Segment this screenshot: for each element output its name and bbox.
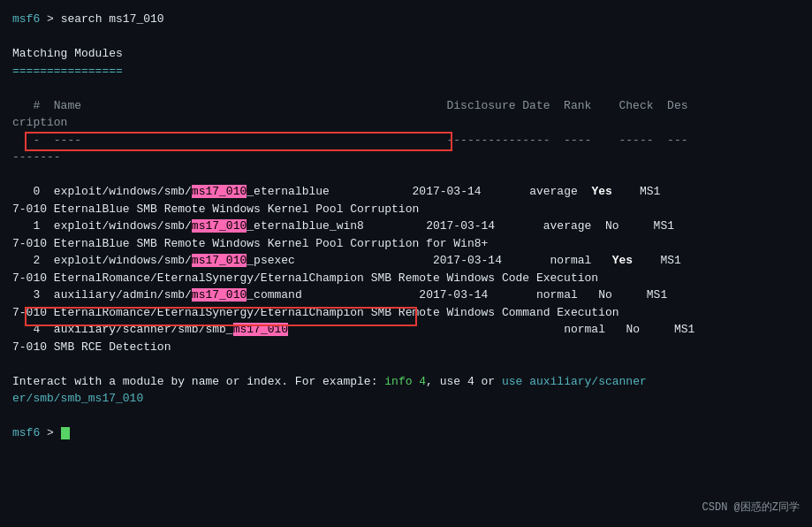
module-2-path: exploit/windows/smb/ms17_010_psexec [54, 254, 295, 267]
module-3-desc: 7-010 EternalRomance/EternalSynergy/Eter… [12, 306, 619, 319]
module-3-rank: normal [536, 288, 578, 302]
module-3-date: 2017-03-14 [419, 288, 488, 302]
module-1-ref: MS1 [654, 219, 674, 233]
module-0-desc: 7-010 EternalBlue SMB Remote Windows Ker… [12, 202, 419, 216]
module-2-date: 2017-03-14 [433, 254, 502, 267]
module-4-index: 4 [33, 323, 40, 336]
interact-or1: use 4 [440, 375, 474, 388]
module-1-check: No [605, 219, 619, 233]
module-4-check: No [626, 323, 640, 336]
command-text: search ms17_010 [61, 12, 164, 26]
module-0-index: 0 [33, 185, 40, 198]
module-2-check: Yes [612, 254, 633, 267]
module-1-highlight: ms17_010 [192, 219, 247, 233]
module-3-check: No [598, 288, 612, 302]
info-cmd: info 4 [384, 375, 426, 388]
separator-line: ================ [12, 65, 123, 78]
module-0-check: Yes [591, 185, 611, 198]
terminal-window: msf6 > search ms17_010 Matching Modules … [0, 0, 812, 527]
terminal-content: msf6 > search ms17_010 Matching Modules … [12, 11, 800, 442]
module-0-rank: average [529, 185, 578, 198]
use-cmd-full: use auxiliary/scanner [502, 375, 647, 388]
module-4-highlight: ms17_010 [233, 323, 288, 336]
cursor [61, 427, 70, 439]
module-3-highlight: ms17_010 [192, 288, 247, 302]
matching-modules-title: Matching Modules [12, 47, 123, 60]
col-divider: - ---- --------------- ---- ----- --- --… [12, 134, 688, 164]
module-4-desc: 7-010 SMB RCE Detection [12, 340, 171, 354]
module-3-index: 3 [33, 288, 40, 302]
module-1-rank: average [543, 219, 592, 233]
module-3-ref: MS1 [647, 288, 667, 302]
module-4-path: auxiliary/scanner/smb/smb_ms17_010 [54, 323, 288, 336]
arrow-2: > [47, 426, 54, 439]
terminal-text: msf6 > search ms17_010 Matching Modules … [12, 11, 800, 442]
module-1-desc: 7-010 EternalBlue SMB Remote Windows Ker… [12, 237, 488, 250]
module-2-desc: 7-010 EternalRomance/EternalSynergy/Eter… [12, 271, 598, 285]
module-4-rank: normal [564, 323, 605, 336]
module-1-path: exploit/windows/smb/ms17_010_eternalblue… [54, 219, 364, 233]
module-0-date: 2017-03-14 [413, 185, 482, 198]
module-0-highlight: ms17_010 [192, 185, 247, 198]
module-3-path: auxiliary/admin/smb/ms17_010_command [54, 288, 302, 302]
module-1-index: 1 [33, 219, 40, 233]
module-2-highlight: ms17_010 [192, 254, 247, 267]
module-0-ref: MS1 [640, 185, 660, 198]
column-headers: # Name Disclosure Date Rank Check Des cr… [12, 99, 688, 130]
watermark: CSDN @困惑的Z同学 [702, 500, 800, 515]
module-4-ref: MS1 [674, 323, 694, 336]
interact-line2: er/smb/smb_ms17_010 [12, 392, 143, 405]
module-2-index: 2 [33, 254, 40, 267]
module-2-rank: normal [550, 254, 592, 267]
module-0-path: exploit/windows/smb/ms17_010_eternalblue [54, 185, 330, 198]
module-2-ref: MS1 [660, 254, 680, 267]
prompt-1: msf6 [12, 12, 40, 26]
module-1-date: 2017-03-14 [426, 219, 495, 233]
arrow-1: > [47, 12, 54, 26]
interact-line: Interact with a module by name or index.… [12, 375, 647, 388]
prompt-2: msf6 [12, 426, 40, 439]
